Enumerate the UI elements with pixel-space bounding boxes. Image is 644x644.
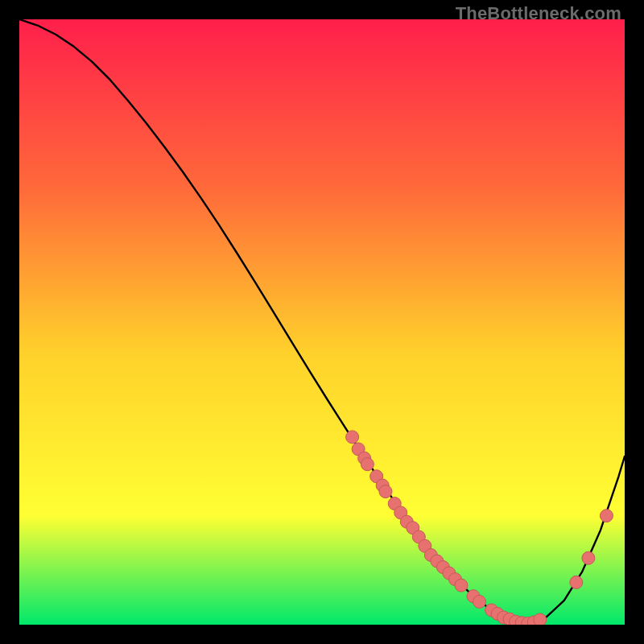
data-point <box>534 613 547 625</box>
gradient-background <box>19 19 625 625</box>
data-point <box>361 458 374 471</box>
data-point <box>346 431 359 444</box>
bottleneck-chart <box>19 19 625 625</box>
data-point <box>379 485 392 498</box>
data-point <box>582 551 595 564</box>
data-point <box>455 579 468 592</box>
chart-frame <box>19 19 625 625</box>
data-point <box>600 510 613 522</box>
data-point <box>473 595 486 608</box>
data-point <box>570 576 583 588</box>
